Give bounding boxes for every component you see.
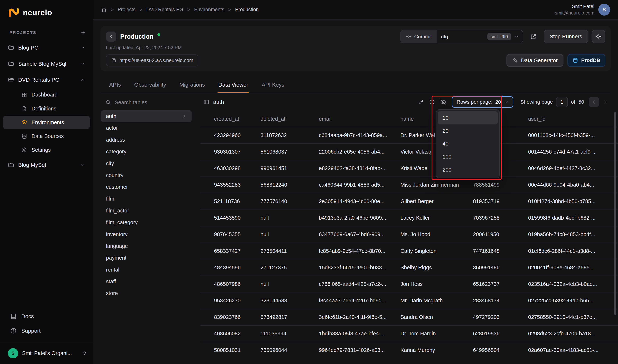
chevron-down-icon[interactable] <box>81 45 85 50</box>
cell-deleted-at: null <box>261 215 319 221</box>
commit-button[interactable]: Commit <box>401 30 437 43</box>
column-header[interactable]: user_id <box>528 116 618 122</box>
stop-runners-button[interactable]: Stop Runners <box>544 30 588 43</box>
proddb-badge[interactable]: ProdDB <box>567 54 605 67</box>
sidebar-item-data-sources[interactable]: Data Sources <box>3 130 90 143</box>
commit-message-input[interactable] <box>437 34 488 40</box>
sidebar-item-settings[interactable]: Settings <box>3 143 90 157</box>
table-row[interactable]: 484394596 271127375 15d8233f-6615-4e01-b… <box>200 259 618 275</box>
user-menu[interactable]: Smit Patel smit@neurelo.com S <box>555 3 610 16</box>
table-row[interactable]: 658337427 273504411 fc854ab9-9c54-47ce-8… <box>200 243 618 259</box>
sidebar-item-dashboard[interactable]: Dashboard <box>3 88 90 102</box>
key-icon-button[interactable] <box>415 96 426 107</box>
table-list-item[interactable]: city <box>101 158 192 169</box>
table-row[interactable]: 521118736 777576140 2e305914-4943-4c00-8… <box>200 193 618 209</box>
sidebar-item-definitions[interactable]: Definitions <box>3 102 90 115</box>
rows-per-page-option[interactable]: 200 <box>438 163 498 176</box>
add-project-button[interactable] <box>81 30 86 35</box>
table-row[interactable]: 408606082 111035994 1bdfb83a-05f8-47ae-b… <box>200 325 618 342</box>
column-header[interactable]: email <box>319 116 400 122</box>
support-link[interactable]: Support <box>0 324 93 338</box>
tab[interactable]: API Keys <box>261 78 285 93</box>
org-switcher[interactable]: S Smit Patel's Organi... <box>0 342 93 364</box>
home-icon[interactable] <box>101 7 107 13</box>
tab[interactable]: Observability <box>133 78 167 93</box>
next-page-button[interactable] <box>601 97 611 107</box>
cell-email: 9964ed79-7831-4026-a03... <box>319 347 400 353</box>
breadcrumb-separator: > <box>187 7 190 13</box>
table-list-item[interactable]: country <box>101 169 192 181</box>
column-header[interactable]: created_at <box>214 116 261 122</box>
table-list-item[interactable]: rental <box>101 264 192 275</box>
table-list-item[interactable]: auth <box>101 110 192 122</box>
table-row[interactable]: 987645355 null 63477609-6a67-4bd6-909...… <box>200 226 618 243</box>
table-row[interactable]: 943552283 568312240 ca460344-99b1-4883-a… <box>200 177 618 193</box>
search-tables-input[interactable] <box>115 99 188 105</box>
hide-columns-button[interactable] <box>438 96 449 107</box>
rows-per-page-option[interactable]: 20 <box>438 124 498 137</box>
table-row[interactable]: 930301307 561068037 22006cb2-e65e-4056-a… <box>200 143 618 160</box>
brand-logo[interactable]: neurelo <box>0 0 93 20</box>
breadcrumb-item[interactable]: Projects <box>118 7 136 13</box>
tab[interactable]: APIs <box>108 78 122 93</box>
rows-per-page-option[interactable]: 100 <box>438 150 498 163</box>
table-list-item[interactable]: staff <box>101 275 192 287</box>
chevron-down-icon[interactable] <box>81 62 85 66</box>
sidebar-item-label: Settings <box>32 147 51 153</box>
table-row[interactable]: 463030298 996961451 e8229402-fa38-431d-8… <box>200 160 618 177</box>
column-header[interactable]: deleted_at <box>261 116 319 122</box>
breadcrumb-item[interactable]: Environments <box>194 7 224 13</box>
refresh-button[interactable] <box>426 96 438 107</box>
table-row[interactable]: 486507986 null c786f065-aad4-4f25-a7e2-.… <box>200 275 618 292</box>
rows-per-page-option[interactable]: 40 <box>438 137 498 150</box>
environment-url-chip[interactable]: https://us-east-2.aws.neurelo.com <box>106 54 198 66</box>
table-list-item[interactable]: payment <box>101 252 192 264</box>
environment-settings-button[interactable] <box>592 30 605 43</box>
page-number-input[interactable] <box>556 97 568 107</box>
breadcrumb-item[interactable]: DVD Rentals PG <box>146 7 183 13</box>
table-row[interactable]: 514453590 null b4913e3a-2fa0-46be-9609..… <box>200 209 618 226</box>
previous-page-button[interactable] <box>589 97 599 107</box>
user-avatar[interactable]: S <box>598 4 610 15</box>
table-list-item[interactable]: category <box>101 146 192 157</box>
table-list-item[interactable]: address <box>101 134 192 146</box>
table-list-item[interactable]: store <box>101 287 192 299</box>
table-list-item[interactable]: actor <box>101 122 192 134</box>
sidebar-item-environments[interactable]: Environments <box>3 116 90 129</box>
copy-icon[interactable] <box>111 58 116 63</box>
breadcrumb-item[interactable]: Production <box>235 7 259 13</box>
sidebar-project-blog-pg[interactable]: Blog PG <box>3 40 90 56</box>
sidebar-project-dvd-rentals-pg[interactable]: DVD Rentals PG <box>3 72 90 88</box>
back-button[interactable] <box>106 32 116 42</box>
table-list-item[interactable]: customer <box>101 181 192 193</box>
cell-deleted-at: null <box>261 231 319 237</box>
data-generator-button[interactable]: Data Generator <box>507 54 564 67</box>
table-list-item-label: customer <box>106 184 128 190</box>
data-viewer-content: auth actor address category <box>93 93 618 364</box>
sidebar-project-blog-mysql[interactable]: Blog MySql <box>3 157 90 173</box>
chevron-down-icon[interactable] <box>513 34 523 39</box>
proddb-label: ProdDB <box>581 57 600 63</box>
docs-link[interactable]: Docs <box>0 309 93 324</box>
cell-created-at: 486507986 <box>214 281 261 287</box>
tab[interactable]: Migrations <box>179 78 206 93</box>
table-list-item[interactable]: film_category <box>101 217 192 228</box>
sidebar-project-sample-blog-mysql[interactable]: Sample Blog MySql <box>3 56 90 72</box>
open-external-button[interactable] <box>527 30 540 43</box>
table-row[interactable]: 839023766 573492817 3e6fe61b-2a40-4f1f-9… <box>200 309 618 325</box>
table-list-item[interactable]: inventory <box>101 228 192 240</box>
table-row[interactable]: 423294960 311872632 c684aaba-9b7c-4143-8… <box>200 127 618 143</box>
folder-open-icon <box>8 77 14 83</box>
chevron-down-icon[interactable] <box>81 163 85 167</box>
vertical-scrollbar[interactable] <box>614 112 617 315</box>
chevron-up-icon[interactable] <box>81 78 85 82</box>
table-row[interactable]: 580851031 735096044 9964ed79-7831-4026-a… <box>200 342 618 358</box>
rows-per-page-option[interactable]: 10 <box>438 111 498 124</box>
table-row[interactable]: 953426270 323144583 f8c44aa7-7664-4207-b… <box>200 292 618 309</box>
table-list-item[interactable]: language <box>101 240 192 252</box>
table-list-item[interactable]: film <box>101 193 192 205</box>
table-list-item[interactable]: film_actor <box>101 205 192 217</box>
rows-per-page-select[interactable]: Rows per page: 20 <box>452 96 513 108</box>
tab[interactable]: Data Viewer <box>218 78 249 93</box>
cell-deleted-at: 271127375 <box>261 265 319 271</box>
